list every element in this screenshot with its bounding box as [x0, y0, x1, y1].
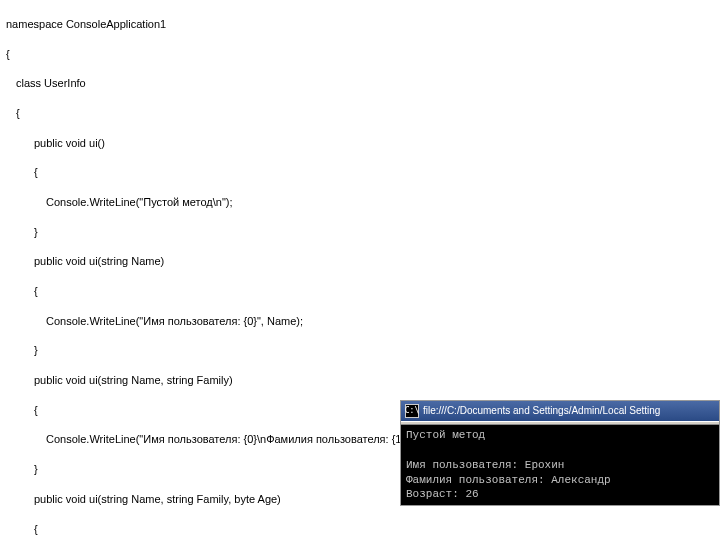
console-titlebar[interactable]: C:\ file:///C:/Documents and Settings/Ad…	[401, 401, 719, 421]
console-line: Пустой метод	[406, 429, 485, 441]
code-line: Console.WriteLine("Пустой метод\n");	[6, 195, 714, 210]
console-line: Возраст: 26	[406, 488, 479, 500]
code-line: Console.WriteLine("Имя пользователя: {0}…	[6, 314, 714, 329]
code-line: class UserInfo	[6, 76, 714, 91]
code-line: }	[6, 225, 714, 240]
code-line: }	[6, 343, 714, 358]
console-output: Пустой метод Имя пользователя: Ерохин Фа…	[401, 425, 719, 505]
code-line: public void ui(string Name)	[6, 254, 714, 269]
code-line: public void ui(string Name, string Famil…	[6, 373, 714, 388]
console-title-text: file:///C:/Documents and Settings/Admin/…	[423, 404, 660, 418]
code-line: namespace ConsoleApplication1	[6, 17, 714, 32]
code-line: {	[6, 165, 714, 180]
code-line: {	[6, 47, 714, 62]
console-icon: C:\	[405, 404, 419, 418]
console-line: Имя пользователя: Ерохин	[406, 459, 564, 471]
console-window: C:\ file:///C:/Documents and Settings/Ad…	[400, 400, 720, 506]
code-line: {	[6, 106, 714, 121]
code-line: {	[6, 284, 714, 299]
code-line: public void ui()	[6, 136, 714, 151]
code-line: {	[6, 522, 714, 537]
console-line: Фамилия пользователя: Александр	[406, 474, 611, 486]
